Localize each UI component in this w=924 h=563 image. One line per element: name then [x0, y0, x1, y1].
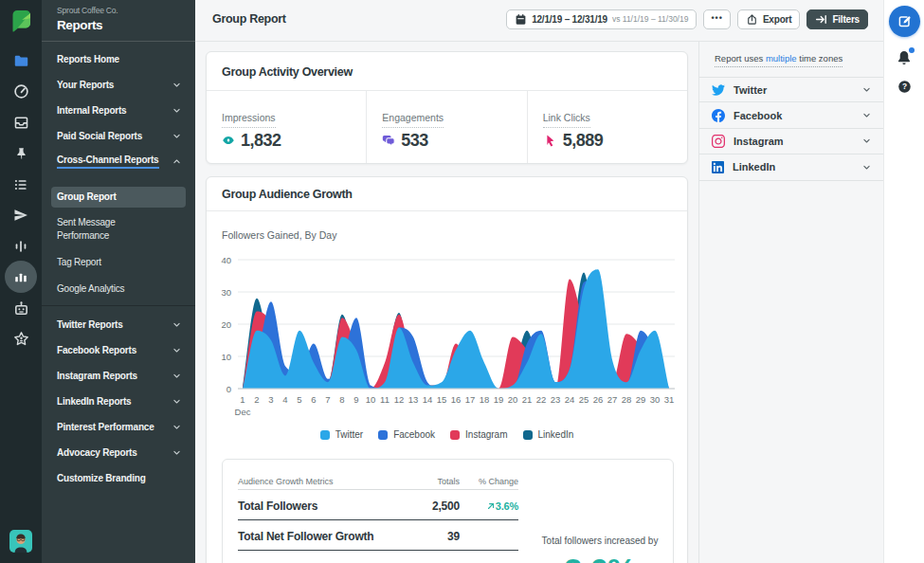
rail-item-inbox-icon[interactable]: [4, 107, 38, 138]
metric-name: Total Followers: [238, 490, 386, 520]
timezone-link[interactable]: multiple: [766, 53, 797, 64]
sidebar-item-internal-reports[interactable]: Internal Reports: [42, 98, 195, 123]
metric-label: Link Clicks: [543, 112, 590, 128]
table-header--change: % Change: [460, 467, 518, 490]
chart-subtitle: Followers Gained, By Day: [207, 211, 687, 241]
sidebar-item-cross-channel-reports[interactable]: Cross-Channel Reports: [42, 149, 195, 174]
chevron-down-icon: [862, 85, 871, 94]
rail-item-bot-icon[interactable]: [4, 293, 38, 324]
sidebar-item-label: Customize Branding: [57, 473, 146, 483]
legend-item-instagram[interactable]: Instagram: [450, 429, 507, 440]
legend-item-twitter[interactable]: Twitter: [320, 429, 363, 440]
filters-icon: [815, 13, 827, 26]
sidebar-item-paid-social-reports[interactable]: Paid Social Reports: [42, 123, 195, 149]
sidebar-item-customize-branding[interactable]: Customize Branding: [42, 465, 195, 491]
account-name: Instagram: [734, 136, 784, 147]
pin-icon: [14, 147, 28, 161]
account-row-instagram[interactable]: Instagram: [699, 129, 883, 154]
rail-item-reports-icon[interactable]: [4, 262, 38, 293]
legend-item-facebook[interactable]: Facebook: [378, 429, 435, 440]
calendar-icon: [515, 13, 527, 26]
date-range-button[interactable]: 12/1/19 – 12/31/19 vs 11/1/19 – 11/30/19: [506, 9, 697, 29]
rail-item-pin-icon[interactable]: [4, 138, 38, 170]
sidebar-item-label: Paid Social Reports: [57, 131, 142, 141]
sidebar-item-twitter-reports[interactable]: Twitter Reports: [42, 312, 195, 337]
rail-item-feeds-icon[interactable]: [4, 169, 38, 200]
sidebar-item-facebook-reports[interactable]: Facebook Reports: [42, 337, 195, 363]
rail-item-publish-icon[interactable]: [4, 200, 38, 231]
sidebar-item-label: Internal Reports: [57, 105, 126, 116]
rail-item-gauge-icon[interactable]: [4, 77, 38, 108]
svg-text:22: 22: [536, 394, 547, 405]
rail-item-reviews-icon[interactable]: [4, 323, 38, 354]
sidebar-item-label: Instagram Reports: [57, 371, 137, 381]
sidebar-item-label: Twitter Reports: [57, 319, 123, 330]
sidebar-item-pinterest-performance[interactable]: Pinterest Performance: [42, 414, 195, 440]
bot-icon: [13, 300, 29, 317]
help-icon[interactable]: ?: [897, 80, 912, 94]
audience-growth-table: Audience Growth MetricsTotals% Change To…: [238, 467, 518, 551]
timezone-note: Report uses multiple time zones: [699, 42, 883, 77]
sidebar-subitem-tag-report[interactable]: Tag Report: [51, 252, 151, 273]
chevron-down-icon: [172, 423, 181, 431]
export-icon: [746, 13, 758, 26]
legend-item-linkedin[interactable]: LinkedIn: [523, 429, 574, 440]
publish-icon: [13, 208, 28, 223]
metric-impressions: Impressions 1,832: [207, 91, 366, 163]
ellipsis-icon: •••: [711, 13, 722, 23]
legend-swatch: [320, 430, 330, 440]
sidebar-item-label: Your Reports: [57, 80, 114, 90]
sidebar-subitem-google-analytics[interactable]: Google Analytics: [51, 279, 151, 300]
filters-button[interactable]: Filters: [806, 9, 868, 29]
rail-item-folder-icon[interactable]: [4, 45, 38, 77]
legend-label: Twitter: [335, 429, 363, 440]
svg-text:30: 30: [221, 287, 231, 298]
chevron-down-icon: [862, 136, 871, 145]
user-avatar[interactable]: [9, 530, 32, 553]
sidebar-item-linkedin-reports[interactable]: LinkedIn Reports: [42, 389, 195, 414]
page-title: Group Report: [212, 12, 286, 26]
account-row-facebook[interactable]: Facebook: [699, 102, 883, 128]
sidebar-item-instagram-reports[interactable]: Instagram Reports: [42, 363, 195, 389]
svg-text:14: 14: [423, 394, 433, 405]
svg-text:27: 27: [607, 394, 618, 405]
svg-text:16: 16: [451, 394, 462, 405]
sidebar-item-advocacy-reports[interactable]: Advocacy Reports: [42, 440, 195, 465]
instagram-icon: [712, 135, 725, 148]
svg-text:10: 10: [366, 394, 376, 405]
report-settings-panel: Report uses multiple time zones TwitterF…: [698, 42, 883, 563]
export-button[interactable]: Export: [737, 9, 800, 29]
svg-text:18: 18: [480, 394, 490, 405]
sidebar-item-reports-home[interactable]: Reports Home: [42, 46, 195, 72]
note-text: time zones: [797, 53, 843, 64]
listening-icon: [13, 239, 28, 254]
svg-text:?: ?: [901, 82, 906, 91]
table-row: Total Followers2,5003.6%: [238, 490, 518, 520]
sprout-logo[interactable]: [9, 9, 32, 31]
more-options-button[interactable]: •••: [703, 9, 730, 29]
summary-text: Total followers increased by: [524, 536, 676, 546]
chat-icon: [382, 134, 395, 147]
compose-button[interactable]: [889, 6, 920, 37]
rail-item-listening-icon[interactable]: [4, 231, 38, 263]
reports-sidebar: Sprout Coffee Co. Reports Reports HomeYo…: [42, 0, 195, 563]
sidebar-item-your-reports[interactable]: Your Reports: [42, 72, 195, 98]
chevron-down-icon: [172, 320, 181, 329]
svg-text:29: 29: [636, 394, 646, 405]
eye-icon: [222, 134, 235, 147]
sidebar-subitem-group-report[interactable]: Group Report: [51, 187, 186, 208]
group-audience-growth-card: Group Audience Growth Followers Gained, …: [206, 176, 688, 563]
sidebar-subitem-sent-message-performance[interactable]: Sent Message Performance: [51, 212, 151, 246]
legend-swatch: [378, 430, 388, 440]
account-row-twitter[interactable]: Twitter: [699, 77, 883, 102]
metric-name: Total Net Follower Growth: [238, 520, 386, 551]
app: Sprout Coffee Co. Reports Reports HomeYo…: [0, 0, 924, 563]
svg-text:17: 17: [465, 394, 476, 405]
percent-change: 3.6%: [486, 500, 518, 512]
legend-swatch: [523, 430, 533, 440]
card-title: Group Activity Overview: [207, 52, 687, 91]
account-row-linkedin[interactable]: LinkedIn: [699, 154, 883, 180]
chevron-down-icon: [172, 346, 181, 354]
filters-label: Filters: [832, 14, 860, 25]
notifications-bell-icon[interactable]: [896, 49, 913, 66]
